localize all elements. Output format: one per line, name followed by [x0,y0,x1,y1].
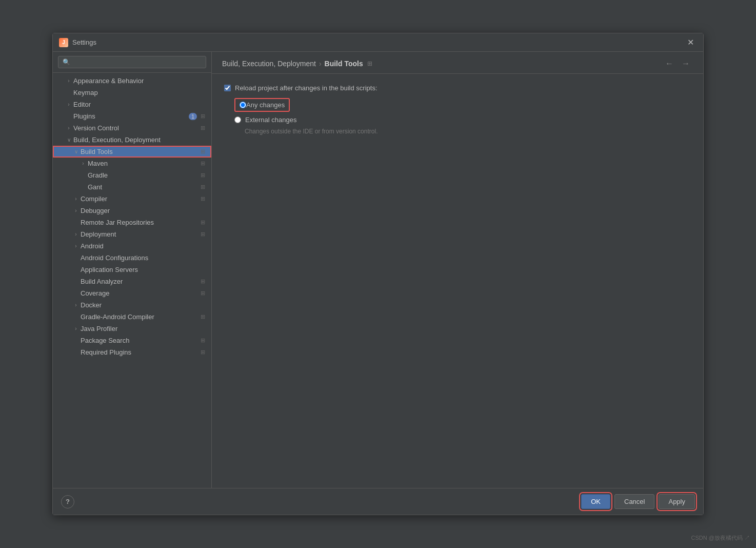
chevron-icon: › [72,195,79,203]
any-changes-label[interactable]: Any changes [246,101,285,109]
helper-text: Changes outside the IDE or from version … [245,128,691,135]
settings-icon: ⊞ [199,231,206,238]
chevron-icon [65,113,72,120]
sidebar-item-debugger[interactable]: › Debugger [53,205,211,217]
sidebar-item-gradle[interactable]: Gradle ⊞ [53,169,211,181]
ok-button[interactable]: OK [581,494,610,509]
reload-checkbox-row: Reload project after changes in the buil… [224,84,691,92]
breadcrumb: Build, Execution, Deployment › Build Too… [222,60,372,68]
settings-icon: ⊞ [199,290,206,297]
chevron-icon: › [65,77,72,85]
sidebar-item-deployment[interactable]: › Deployment ⊞ [53,228,211,240]
sidebar-item-build-exec-deploy[interactable]: ∨ Build, Execution, Deployment [53,134,211,146]
chevron-icon: › [65,101,72,108]
sidebar-item-remote-jar[interactable]: Remote Jar Repositories ⊞ [53,217,211,228]
settings-icon: ⊞ [199,314,206,321]
footer-left: ? [61,495,581,508]
sidebar-item-label: Gradle-Android Compiler [81,313,197,321]
settings-icon: ⊞ [199,184,206,191]
sidebar-item-version-control[interactable]: › Version Control ⊞ [53,122,211,134]
sidebar-item-keymap[interactable]: Keymap [53,87,211,99]
content-header: Build, Execution, Deployment › Build Too… [212,52,703,74]
sidebar-item-label: Gant [88,183,197,191]
help-button[interactable]: ? [61,495,74,508]
chevron-icon [72,219,79,226]
dialog-body: › Appearance & Behavior Keymap › Editor … [53,52,703,488]
sidebar-item-label: Plugins [73,112,187,120]
breadcrumb-leaf: Build Tools [325,60,363,68]
settings-icon: ⊞ [199,337,206,344]
sidebar-item-gradle-android[interactable]: Gradle-Android Compiler ⊞ [53,311,211,323]
reload-checkbox-label[interactable]: Reload project after changes in the buil… [235,84,377,92]
sidebar-item-label: Gradle [88,171,197,179]
sidebar-item-build-tools[interactable]: ∨ Build Tools ⊞ [53,146,211,158]
sidebar-item-label: Deployment [81,230,197,238]
external-changes-radio[interactable] [234,116,241,123]
close-button[interactable]: ✕ [684,36,697,48]
sidebar-item-label: Android [81,242,206,250]
search-bar [53,52,211,73]
chevron-icon [72,290,79,297]
any-changes-radio[interactable] [240,102,246,108]
sidebar-item-maven[interactable]: › Maven ⊞ [53,158,211,169]
settings-icon: ⊞ [199,195,206,203]
chevron-icon [72,349,79,356]
settings-icon: ⊞ [199,160,206,167]
sidebar-item-coverage[interactable]: Coverage ⊞ [53,287,211,299]
sidebar-item-label: Package Search [81,337,197,344]
external-changes-option: External changes [234,116,691,124]
settings-dialog: J Settings ✕ › Appearance & Behavior Key… [52,33,704,515]
settings-icon: ⊞ [199,125,206,132]
forward-arrow[interactable]: → [679,58,693,69]
sidebar-item-docker[interactable]: › Docker [53,299,211,311]
chevron-icon: › [72,302,79,309]
sidebar-item-java-profiler[interactable]: › Java Profiler [53,323,211,335]
chevron-icon [72,255,79,262]
settings-icon: ⊞ [199,148,206,155]
chevron-icon: › [79,160,87,167]
sidebar-item-label: Required Plugins [81,348,197,356]
chevron-icon [65,89,72,96]
footer-right: OK Cancel Apply [581,494,695,509]
sidebar-item-android[interactable]: › Android [53,240,211,252]
chevron-down-icon: ∨ [65,136,72,144]
sidebar-item-label: Remote Jar Repositories [81,219,197,226]
breadcrumb-separator: › [319,60,322,68]
sidebar-item-package-search[interactable]: Package Search ⊞ [53,335,211,346]
sidebar-item-build-analyzer[interactable]: Build Analyzer ⊞ [53,276,211,287]
reload-checkbox[interactable] [224,85,231,91]
settings-icon: ⊞ [199,278,206,285]
sidebar-item-label: Build Analyzer [81,278,197,285]
any-changes-option-container: Any changes [234,98,290,112]
cancel-button[interactable]: Cancel [614,494,654,509]
sidebar-item-compiler[interactable]: › Compiler ⊞ [53,193,211,205]
sidebar-item-label: Version Control [73,124,197,132]
sidebar-item-label: Docker [81,301,206,309]
sidebar-item-label: Maven [88,160,197,167]
sidebar-item-required-plugins[interactable]: Required Plugins ⊞ [53,346,211,358]
sidebar-item-label: Editor [73,101,206,108]
settings-icon: ⊞ [199,113,206,120]
sidebar-item-label: Java Profiler [81,325,206,332]
plugins-badge: 1 [189,113,197,120]
sidebar-item-app-servers[interactable]: Application Servers [53,264,211,276]
breadcrumb-menu-icon[interactable]: ⊞ [367,60,372,67]
apply-button[interactable]: Apply [659,494,695,509]
search-input[interactable] [58,56,206,68]
sidebar-item-label: Keymap [73,89,206,96]
external-changes-label[interactable]: External changes [245,116,296,124]
sidebar-item-appearance[interactable]: › Appearance & Behavior [53,75,211,87]
chevron-icon: › [72,325,79,332]
chevron-icon [72,337,79,344]
dialog-footer: ? OK Cancel Apply [53,488,703,515]
content-body: Reload project after changes in the buil… [212,74,703,488]
sidebar-item-gant[interactable]: Gant ⊞ [53,181,211,193]
back-arrow[interactable]: ← [662,58,677,69]
sidebar-item-plugins[interactable]: Plugins 1 ⊞ [53,110,211,122]
chevron-icon [72,278,79,285]
sidebar-item-editor[interactable]: › Editor [53,99,211,110]
sidebar-item-android-config[interactable]: Android Configurations [53,252,211,264]
sidebar-item-label: Debugger [81,207,206,214]
chevron-icon [79,184,87,191]
breadcrumb-root: Build, Execution, Deployment [222,60,316,68]
